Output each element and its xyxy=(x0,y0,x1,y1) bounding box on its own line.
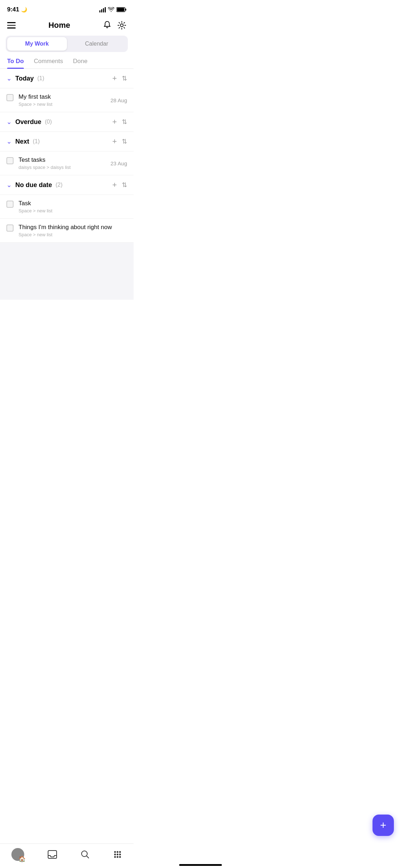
next-sort-icon[interactable]: ⇅ xyxy=(122,138,127,145)
sub-tabs: To Do Comments Done xyxy=(0,56,134,69)
no-due-date-count: (2) xyxy=(56,182,63,188)
header-actions xyxy=(103,21,126,30)
svg-point-3 xyxy=(120,24,123,27)
next-section-header[interactable]: ⌄ Next (1) + ⇅ xyxy=(0,132,134,151)
svg-rect-1 xyxy=(125,9,126,11)
task-name: My first task xyxy=(19,93,110,100)
task-item: Things I'm thinking about right now Spac… xyxy=(0,219,134,243)
today-add-button[interactable]: + xyxy=(112,74,117,83)
battery-icon xyxy=(116,7,126,12)
overdue-section-title: Overdue xyxy=(15,118,41,126)
task-content: My first task Space > new list xyxy=(19,93,110,107)
status-bar: 9:41 🌙 xyxy=(0,0,134,17)
task-date: 23 Aug xyxy=(110,160,127,166)
today-count: (1) xyxy=(37,75,45,82)
notification-icon[interactable] xyxy=(103,21,111,30)
no-due-date-chevron-icon[interactable]: ⌄ xyxy=(6,181,12,189)
header: Home xyxy=(0,17,134,36)
next-count: (1) xyxy=(33,138,40,145)
menu-button[interactable] xyxy=(7,22,16,29)
overdue-count: (0) xyxy=(45,119,52,125)
task-checkbox[interactable] xyxy=(6,224,14,232)
task-name: Things I'm thinking about right now xyxy=(19,224,127,231)
task-content: Things I'm thinking about right now Spac… xyxy=(19,224,127,237)
done-tab[interactable]: Done xyxy=(73,58,88,68)
task-content: Test tasks daisys space > daisys list xyxy=(19,156,110,170)
task-name: Task xyxy=(19,200,127,207)
task-date: 28 Aug xyxy=(110,97,127,103)
status-icons xyxy=(99,7,126,12)
task-checkbox[interactable] xyxy=(6,201,14,208)
my-work-tab[interactable]: My Work xyxy=(7,37,67,51)
today-section-title: Today xyxy=(15,75,34,82)
task-checkbox[interactable] xyxy=(6,157,14,164)
task-list: ⌄ Today (1) + ⇅ My first task Space > ne… xyxy=(0,69,134,243)
svg-rect-2 xyxy=(117,8,124,11)
overdue-chevron-icon[interactable]: ⌄ xyxy=(6,118,12,126)
view-toggle: My Work Calendar xyxy=(6,36,128,52)
moon-icon: 🌙 xyxy=(21,7,27,12)
task-checkbox[interactable] xyxy=(6,94,14,101)
no-due-date-sort-icon[interactable]: ⇅ xyxy=(122,181,127,189)
no-due-date-section-title: No due date xyxy=(15,181,52,189)
task-path: daisys space > daisys list xyxy=(19,165,110,170)
status-time: 9:41 xyxy=(7,6,19,13)
no-due-date-section-header[interactable]: ⌄ No due date (2) + ⇅ xyxy=(0,175,134,195)
page-title: Home xyxy=(48,21,70,30)
task-content: Task Space > new list xyxy=(19,200,127,213)
task-item: Test tasks daisys space > daisys list 23… xyxy=(0,151,134,175)
comments-tab[interactable]: Comments xyxy=(34,58,63,68)
today-chevron-icon[interactable]: ⌄ xyxy=(6,74,12,82)
task-path: Space > new list xyxy=(19,208,127,213)
overdue-add-button[interactable]: + xyxy=(112,117,117,126)
next-section-title: Next xyxy=(15,138,29,145)
overdue-sort-icon[interactable]: ⇅ xyxy=(122,118,127,126)
task-path: Space > new list xyxy=(19,232,127,237)
empty-area xyxy=(0,243,134,300)
signal-icon xyxy=(99,7,106,12)
settings-icon[interactable] xyxy=(117,21,126,30)
today-section-header[interactable]: ⌄ Today (1) + ⇅ xyxy=(0,69,134,88)
task-item: Task Space > new list xyxy=(0,195,134,219)
wifi-icon xyxy=(108,7,114,12)
today-sort-icon[interactable]: ⇅ xyxy=(122,74,127,82)
todo-tab[interactable]: To Do xyxy=(7,58,24,68)
next-chevron-icon[interactable]: ⌄ xyxy=(6,138,12,145)
task-name: Test tasks xyxy=(19,156,110,164)
task-path: Space > new list xyxy=(19,102,110,107)
next-add-button[interactable]: + xyxy=(112,137,117,146)
calendar-tab[interactable]: Calendar xyxy=(67,37,127,51)
task-item: My first task Space > new list 28 Aug xyxy=(0,88,134,112)
overdue-section-header[interactable]: ⌄ Overdue (0) + ⇅ xyxy=(0,112,134,132)
no-due-date-add-button[interactable]: + xyxy=(112,180,117,190)
